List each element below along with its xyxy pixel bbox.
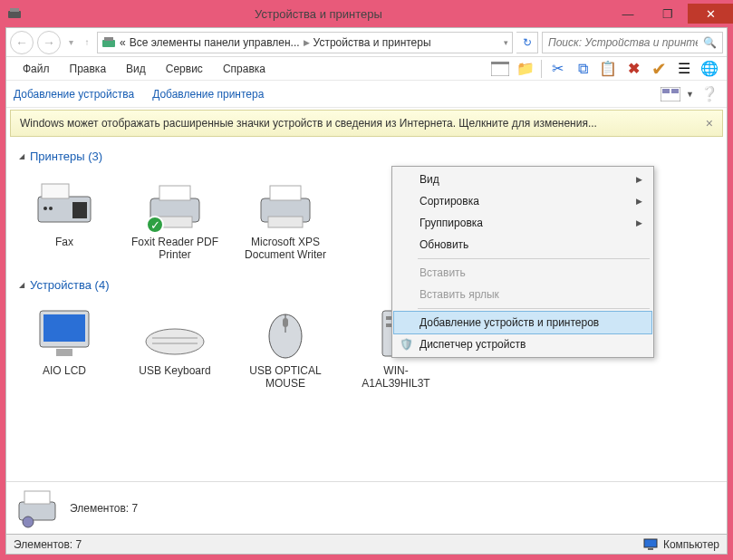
back-button[interactable]: ←	[10, 31, 34, 54]
device-item[interactable]: Microsoft XPS Document Writer	[240, 172, 331, 262]
cm-view[interactable]: Вид▶	[394, 169, 651, 190]
window-title: Устройства и принтеры	[29, 7, 608, 21]
device-item[interactable]: USB Keyboard	[130, 301, 220, 391]
delete-icon[interactable]: ✖	[623, 59, 643, 79]
cm-add-devices-printers[interactable]: Добавление устройств и принтеров	[393, 311, 652, 334]
add-device-link[interactable]: Добавление устройства	[14, 88, 134, 101]
breadcrumb-dropdown[interactable]: ▾	[504, 38, 508, 47]
separator	[418, 258, 650, 259]
add-printer-link[interactable]: Добавление принтера	[152, 88, 264, 101]
menu-view[interactable]: Вид	[117, 59, 155, 79]
shield-icon: 🛡️	[398, 336, 414, 352]
svg-rect-8	[671, 89, 679, 93]
menu-help[interactable]: Справка	[214, 59, 275, 79]
check-icon[interactable]: ✔	[649, 59, 669, 79]
device-item[interactable]: Fax	[19, 172, 110, 262]
svg-rect-38	[648, 548, 653, 550]
svg-point-13	[43, 207, 47, 210]
breadcrumb[interactable]: « Все элементы панели управлен... ▶ Устр…	[97, 32, 513, 53]
cm-group[interactable]: Группировка▶	[394, 212, 651, 234]
history-dropdown[interactable]: ▾	[64, 31, 77, 54]
menu-edit[interactable]: Правка	[61, 59, 116, 79]
view-mode-icon[interactable]	[661, 84, 680, 104]
chevron-right-icon: ▶	[636, 218, 642, 227]
view-dropdown[interactable]: ▼	[686, 90, 694, 99]
minimize-button[interactable]: —	[608, 4, 648, 24]
paste-icon[interactable]: 📋	[598, 59, 618, 79]
globe-icon[interactable]: 🌐	[699, 59, 719, 79]
svg-rect-16	[159, 186, 190, 200]
printer-icon	[249, 172, 322, 236]
copy-icon[interactable]: ⧉	[573, 59, 593, 79]
app-icon	[7, 6, 22, 21]
search-icon[interactable]: 🔍	[703, 36, 717, 49]
svg-rect-1	[10, 8, 19, 12]
info-bar[interactable]: Windows может отображать расширенные зна…	[10, 110, 723, 137]
up-button[interactable]: ↑	[81, 31, 93, 54]
cm-refresh[interactable]: Обновить	[394, 234, 651, 256]
chevron-right-icon[interactable]: ▶	[304, 38, 310, 47]
separator	[541, 60, 542, 78]
device-label: WIN-A1AL39HIL3T	[351, 364, 441, 391]
svg-rect-35	[24, 491, 50, 504]
device-label: USB Keyboard	[139, 364, 210, 377]
svg-rect-23	[56, 349, 72, 356]
device-item[interactable]: USB OPTICAL MOUSE	[240, 301, 331, 391]
breadcrumb-part[interactable]: Все элементы панели управлен...	[130, 36, 300, 49]
forward-button[interactable]: →	[37, 31, 61, 54]
svg-rect-3	[104, 37, 113, 41]
cut-icon[interactable]: ✂	[547, 59, 567, 79]
svg-point-24	[146, 329, 204, 354]
group-header-printers[interactable]: Принтеры (3)	[19, 150, 714, 163]
svg-point-36	[23, 517, 34, 527]
details-pane: Элементов: 7	[6, 481, 727, 534]
search-box[interactable]: 🔍	[542, 32, 723, 53]
properties-icon[interactable]: ☰	[674, 59, 694, 79]
menubar: Файл Правка Вид Сервис Справка 📁 ✂ ⧉ 📋 ✖…	[6, 57, 727, 81]
help-icon[interactable]: ❔	[699, 84, 719, 104]
cm-device-manager[interactable]: 🛡️ Диспетчер устройств	[394, 333, 651, 355]
close-button[interactable]: ✕	[688, 4, 733, 24]
refresh-button[interactable]: ↻	[516, 32, 538, 53]
separator	[418, 308, 650, 309]
mouse-icon	[249, 301, 322, 364]
cm-sort[interactable]: Сортировка▶	[394, 190, 651, 212]
window-buttons: — ❐ ✕	[608, 4, 733, 24]
statusbar: Элементов: 7 Компьютер	[6, 534, 727, 554]
folder-icon[interactable]: 📁	[516, 59, 535, 79]
svg-rect-7	[662, 89, 670, 93]
details-count: Элементов: 7	[70, 502, 138, 515]
device-label: Fax	[55, 236, 73, 248]
menu-service[interactable]: Сервис	[157, 59, 212, 79]
window-layout-icon[interactable]	[490, 59, 510, 79]
device-item[interactable]: AIO LCD	[19, 301, 110, 391]
svg-rect-5	[491, 62, 509, 64]
window: Устройства и принтеры — ❐ ✕ ← → ▾ ↑ « Вс…	[0, 0, 733, 560]
maximize-button[interactable]: ❐	[648, 4, 688, 24]
window-content: ← → ▾ ↑ « Все элементы панели управлен..…	[5, 27, 728, 555]
svg-rect-19	[270, 186, 301, 200]
location-icon	[101, 35, 116, 50]
cm-paste: Вставить	[394, 262, 651, 284]
device-item[interactable]: ✓ Foxit Reader PDF Printer	[130, 172, 220, 262]
status-left: Элементов: 7	[14, 538, 82, 551]
svg-rect-29	[283, 318, 288, 327]
fax-icon	[28, 172, 101, 236]
svg-rect-22	[43, 314, 85, 342]
info-close-icon[interactable]: ×	[706, 116, 713, 130]
search-input[interactable]	[548, 36, 698, 49]
chevron-right-icon: ▶	[636, 197, 642, 206]
svg-rect-11	[42, 184, 69, 198]
default-check-icon: ✓	[146, 216, 164, 234]
navbar: ← → ▾ ↑ « Все элементы панели управлен..…	[6, 28, 727, 57]
command-bar: Добавление устройства Добавление принтер…	[6, 81, 727, 108]
monitor-icon	[28, 301, 101, 364]
breadcrumb-part[interactable]: Устройства и принтеры	[313, 36, 431, 49]
info-text: Windows может отображать расширенные зна…	[20, 117, 597, 130]
svg-rect-0	[8, 11, 21, 18]
breadcrumb-prefix: «	[120, 36, 126, 49]
menu-file[interactable]: Файл	[14, 59, 59, 79]
device-label: AIO LCD	[43, 364, 86, 377]
printer-icon: ✓	[139, 172, 211, 236]
content-pane: Принтеры (3) Fax ✓ Foxit Reader PDF Prin…	[6, 139, 727, 481]
